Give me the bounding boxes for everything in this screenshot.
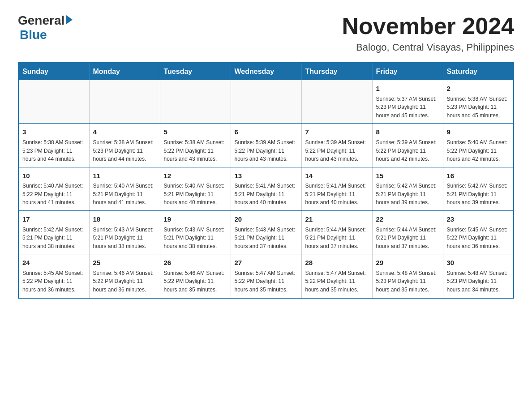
day-number: 26 — [164, 258, 227, 268]
day-info: Sunrise: 5:43 AM Sunset: 5:21 PM Dayligh… — [93, 226, 156, 251]
calendar-week-row: 24Sunrise: 5:45 AM Sunset: 5:22 PM Dayli… — [18, 254, 514, 298]
day-number: 8 — [376, 127, 439, 137]
calendar-cell: 29Sunrise: 5:48 AM Sunset: 5:23 PM Dayli… — [372, 254, 443, 298]
calendar-cell: 10Sunrise: 5:40 AM Sunset: 5:22 PM Dayli… — [18, 167, 89, 210]
day-number: 13 — [235, 171, 298, 181]
day-number: 22 — [376, 214, 439, 225]
month-title: November 2024 — [342, 13, 514, 39]
calendar-cell: 17Sunrise: 5:42 AM Sunset: 5:21 PM Dayli… — [18, 211, 89, 254]
day-info: Sunrise: 5:42 AM Sunset: 5:21 PM Dayligh… — [22, 226, 86, 251]
calendar-cell: 28Sunrise: 5:47 AM Sunset: 5:22 PM Dayli… — [301, 254, 372, 298]
day-info: Sunrise: 5:46 AM Sunset: 5:22 PM Dayligh… — [164, 269, 227, 294]
logo-blue-text: Blue — [20, 28, 47, 42]
logo-arrow-icon — [66, 15, 73, 24]
calendar-cell: 21Sunrise: 5:44 AM Sunset: 5:21 PM Dayli… — [301, 211, 372, 254]
calendar-cell: 30Sunrise: 5:48 AM Sunset: 5:23 PM Dayli… — [443, 254, 514, 298]
logo-general-text: General — [18, 13, 64, 28]
calendar-cell: 16Sunrise: 5:42 AM Sunset: 5:21 PM Dayli… — [443, 167, 514, 210]
day-number: 16 — [447, 171, 510, 181]
day-number: 15 — [376, 171, 439, 181]
calendar-week-row: 17Sunrise: 5:42 AM Sunset: 5:21 PM Dayli… — [18, 211, 514, 254]
day-number: 11 — [93, 171, 156, 181]
day-info: Sunrise: 5:48 AM Sunset: 5:23 PM Dayligh… — [447, 269, 510, 294]
logo: General Blue — [18, 13, 73, 42]
day-number: 19 — [164, 214, 227, 225]
calendar-header-monday: Monday — [89, 63, 160, 80]
day-info: Sunrise: 5:47 AM Sunset: 5:22 PM Dayligh… — [305, 269, 369, 294]
day-number: 7 — [305, 127, 369, 137]
calendar-cell: 27Sunrise: 5:47 AM Sunset: 5:22 PM Dayli… — [231, 254, 301, 298]
day-info: Sunrise: 5:37 AM Sunset: 5:23 PM Dayligh… — [376, 95, 439, 120]
calendar-cell: 25Sunrise: 5:46 AM Sunset: 5:22 PM Dayli… — [89, 254, 160, 298]
day-info: Sunrise: 5:46 AM Sunset: 5:22 PM Dayligh… — [93, 269, 156, 294]
calendar-cell — [231, 80, 301, 124]
calendar-week-row: 1Sunrise: 5:37 AM Sunset: 5:23 PM Daylig… — [18, 80, 514, 124]
day-info: Sunrise: 5:47 AM Sunset: 5:22 PM Dayligh… — [235, 269, 298, 294]
day-info: Sunrise: 5:44 AM Sunset: 5:21 PM Dayligh… — [305, 226, 369, 251]
day-number: 18 — [93, 214, 156, 225]
day-number: 2 — [447, 84, 510, 94]
day-info: Sunrise: 5:48 AM Sunset: 5:23 PM Dayligh… — [376, 269, 439, 294]
page-header: General Blue November 2024 Balogo, Centr… — [18, 13, 514, 53]
calendar-cell: 14Sunrise: 5:41 AM Sunset: 5:21 PM Dayli… — [301, 167, 372, 210]
calendar-cell: 2Sunrise: 5:38 AM Sunset: 5:23 PM Daylig… — [443, 80, 514, 124]
calendar-week-row: 10Sunrise: 5:40 AM Sunset: 5:22 PM Dayli… — [18, 167, 514, 210]
day-info: Sunrise: 5:42 AM Sunset: 5:21 PM Dayligh… — [447, 182, 510, 207]
calendar-cell: 3Sunrise: 5:38 AM Sunset: 5:23 PM Daylig… — [18, 124, 89, 167]
day-number: 4 — [93, 127, 156, 137]
day-number: 3 — [22, 127, 86, 137]
calendar-cell: 9Sunrise: 5:40 AM Sunset: 5:22 PM Daylig… — [443, 124, 514, 167]
calendar-cell: 22Sunrise: 5:44 AM Sunset: 5:21 PM Dayli… — [372, 211, 443, 254]
day-info: Sunrise: 5:41 AM Sunset: 5:21 PM Dayligh… — [305, 182, 369, 207]
calendar-cell: 4Sunrise: 5:38 AM Sunset: 5:23 PM Daylig… — [89, 124, 160, 167]
day-number: 25 — [93, 258, 156, 268]
day-number: 6 — [235, 127, 298, 137]
day-info: Sunrise: 5:41 AM Sunset: 5:21 PM Dayligh… — [235, 182, 298, 207]
day-number: 12 — [164, 171, 227, 181]
calendar-cell — [160, 80, 231, 124]
calendar-header-row: SundayMondayTuesdayWednesdayThursdayFrid… — [18, 63, 514, 80]
day-number: 27 — [235, 258, 298, 268]
calendar-header-saturday: Saturday — [443, 63, 514, 80]
calendar-cell: 19Sunrise: 5:43 AM Sunset: 5:21 PM Dayli… — [160, 211, 231, 254]
calendar-table: SundayMondayTuesdayWednesdayThursdayFrid… — [18, 62, 514, 298]
day-number: 30 — [447, 258, 510, 268]
day-info: Sunrise: 5:44 AM Sunset: 5:21 PM Dayligh… — [376, 226, 439, 251]
calendar-cell: 18Sunrise: 5:43 AM Sunset: 5:21 PM Dayli… — [89, 211, 160, 254]
calendar-header-wednesday: Wednesday — [231, 63, 301, 80]
calendar-header-thursday: Thursday — [301, 63, 372, 80]
calendar-cell — [89, 80, 160, 124]
day-number: 28 — [305, 258, 369, 268]
day-number: 21 — [305, 214, 369, 225]
day-info: Sunrise: 5:43 AM Sunset: 5:21 PM Dayligh… — [235, 226, 298, 251]
day-number: 17 — [22, 214, 86, 225]
day-info: Sunrise: 5:39 AM Sunset: 5:22 PM Dayligh… — [235, 138, 298, 163]
day-number: 23 — [447, 214, 510, 225]
day-info: Sunrise: 5:45 AM Sunset: 5:22 PM Dayligh… — [22, 269, 86, 294]
calendar-cell: 15Sunrise: 5:42 AM Sunset: 5:21 PM Dayli… — [372, 167, 443, 210]
title-section: November 2024 Balogo, Central Visayas, P… — [342, 13, 514, 53]
day-info: Sunrise: 5:38 AM Sunset: 5:23 PM Dayligh… — [22, 138, 86, 163]
day-number: 10 — [22, 171, 86, 181]
calendar-header-tuesday: Tuesday — [160, 63, 231, 80]
day-number: 5 — [164, 127, 227, 137]
calendar-cell — [301, 80, 372, 124]
day-number: 24 — [22, 258, 86, 268]
calendar-cell: 1Sunrise: 5:37 AM Sunset: 5:23 PM Daylig… — [372, 80, 443, 124]
day-info: Sunrise: 5:38 AM Sunset: 5:22 PM Dayligh… — [164, 138, 227, 163]
calendar-cell: 12Sunrise: 5:40 AM Sunset: 5:21 PM Dayli… — [160, 167, 231, 210]
day-info: Sunrise: 5:40 AM Sunset: 5:22 PM Dayligh… — [447, 138, 510, 163]
calendar-header-friday: Friday — [372, 63, 443, 80]
calendar-cell: 23Sunrise: 5:45 AM Sunset: 5:22 PM Dayli… — [443, 211, 514, 254]
day-info: Sunrise: 5:39 AM Sunset: 5:22 PM Dayligh… — [305, 138, 369, 163]
day-info: Sunrise: 5:45 AM Sunset: 5:22 PM Dayligh… — [447, 226, 510, 251]
day-number: 14 — [305, 171, 369, 181]
day-info: Sunrise: 5:38 AM Sunset: 5:23 PM Dayligh… — [93, 138, 156, 163]
calendar-header-sunday: Sunday — [18, 63, 89, 80]
calendar-cell: 5Sunrise: 5:38 AM Sunset: 5:22 PM Daylig… — [160, 124, 231, 167]
calendar-cell: 6Sunrise: 5:39 AM Sunset: 5:22 PM Daylig… — [231, 124, 301, 167]
day-info: Sunrise: 5:39 AM Sunset: 5:22 PM Dayligh… — [376, 138, 439, 163]
day-number: 9 — [447, 127, 510, 137]
day-number: 20 — [235, 214, 298, 225]
day-info: Sunrise: 5:40 AM Sunset: 5:21 PM Dayligh… — [164, 182, 227, 207]
